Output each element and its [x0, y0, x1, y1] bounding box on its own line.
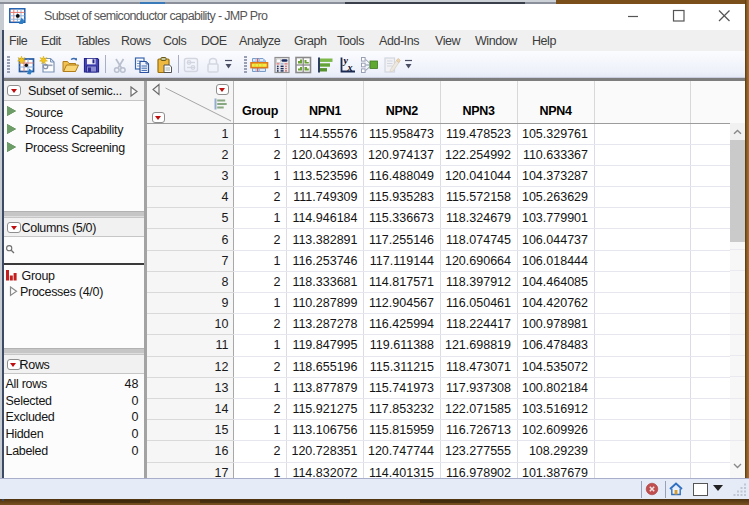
svg-text:x: x [347, 61, 353, 72]
